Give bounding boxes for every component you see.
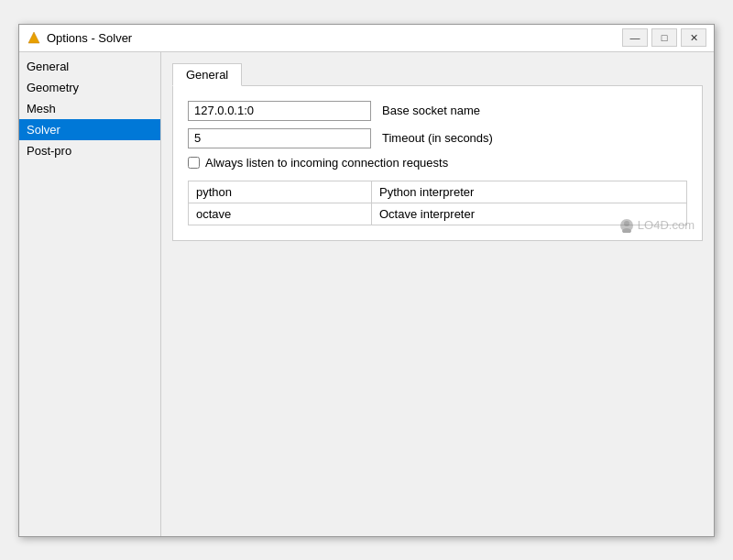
content-area: GeneralGeometryMeshSolverPost-pro Genera…	[19, 52, 714, 536]
tab-general[interactable]: General	[172, 63, 242, 86]
interpreter-label: Python interpreter	[372, 181, 687, 203]
socket-row: Base socket name	[188, 101, 687, 121]
maximize-button[interactable]: □	[651, 28, 677, 47]
table-row: octaveOctave interpreter	[189, 203, 687, 225]
sidebar: GeneralGeometryMeshSolverPost-pro	[19, 52, 161, 536]
interpreter-value[interactable]: python	[189, 181, 372, 203]
timeout-input[interactable]	[188, 128, 371, 148]
checkbox-row: Always listen to incoming connection req…	[188, 156, 687, 170]
socket-input[interactable]	[188, 101, 371, 121]
sidebar-item-solver[interactable]: Solver	[19, 119, 160, 140]
main-panel: General Base socket name Timeout (in sec…	[161, 52, 714, 536]
checkbox-label: Always listen to incoming connection req…	[205, 156, 448, 170]
sidebar-item-general[interactable]: General	[19, 56, 160, 77]
tab-content: Base socket name Timeout (in seconds) Al…	[172, 85, 703, 241]
options-window: Options - Solver — □ ✕ GeneralGeometryMe…	[18, 24, 715, 537]
interpreter-value[interactable]: octave	[189, 203, 372, 225]
close-button[interactable]: ✕	[681, 28, 706, 47]
watermark: LO4D.com	[619, 218, 695, 233]
tab-bar: General	[172, 63, 703, 86]
timeout-row: Timeout (in seconds)	[188, 128, 687, 148]
table-row: pythonPython interpreter	[189, 181, 687, 203]
svg-point-2	[624, 221, 629, 226]
sidebar-item-postpro[interactable]: Post-pro	[19, 140, 160, 161]
window-title: Options - Solver	[47, 31, 132, 45]
minimize-button[interactable]: —	[622, 28, 648, 47]
interpreter-table: pythonPython interpreteroctaveOctave int…	[188, 181, 687, 225]
app-icon	[27, 30, 41, 45]
title-bar: Options - Solver — □ ✕	[19, 25, 714, 52]
timeout-label: Timeout (in seconds)	[382, 131, 493, 145]
title-bar-left: Options - Solver	[27, 30, 132, 45]
watermark-icon	[619, 218, 634, 233]
sidebar-item-mesh[interactable]: Mesh	[19, 98, 160, 119]
watermark-text: LO4D.com	[638, 218, 695, 232]
socket-label: Base socket name	[382, 104, 480, 117]
listen-checkbox[interactable]	[188, 157, 200, 169]
sidebar-item-geometry[interactable]: Geometry	[19, 77, 160, 98]
svg-marker-0	[28, 32, 39, 43]
title-buttons: — □ ✕	[622, 28, 706, 47]
